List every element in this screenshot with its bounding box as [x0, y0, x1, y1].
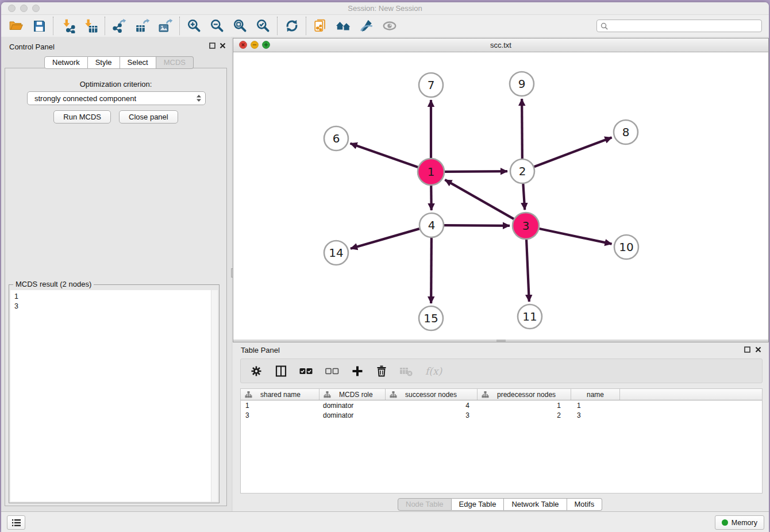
zoom-in-icon[interactable] — [183, 16, 206, 36]
memory-button[interactable]: Memory — [715, 515, 764, 530]
float-panel-icon[interactable] — [209, 43, 215, 49]
zoom-selected-icon[interactable] — [252, 16, 275, 36]
close-table-panel-icon[interactable] — [755, 346, 761, 353]
table-cell[interactable]: 1 — [571, 402, 620, 410]
graph-edge-3-10[interactable] — [539, 229, 611, 244]
search-icon — [600, 22, 608, 30]
tab-motifs[interactable]: Motifs — [567, 498, 603, 511]
graph-edge-4-3[interactable] — [444, 225, 510, 226]
delete-row-trash-icon[interactable] — [376, 364, 387, 379]
run-mcds-button[interactable]: Run MCDS — [53, 110, 111, 124]
close-window-icon[interactable] — [8, 5, 16, 12]
graph-edge-4-15[interactable] — [431, 238, 432, 303]
tab-network-table[interactable]: Network Table — [504, 498, 567, 511]
close-panel-icon[interactable] — [220, 43, 226, 49]
column-header-shared-name[interactable]: shared name — [241, 389, 319, 400]
frame-close-icon[interactable] — [239, 41, 247, 49]
sort-tree-icon — [390, 391, 397, 398]
graph-edge-2-9[interactable] — [522, 99, 522, 159]
graph-edge-4-14[interactable] — [351, 229, 419, 249]
float-table-panel-icon[interactable] — [744, 346, 750, 353]
mcds-result-area[interactable]: 13 — [10, 290, 218, 502]
result-line: 1 — [14, 292, 214, 302]
search-input[interactable] — [610, 21, 758, 30]
style-brush-icon[interactable] — [355, 16, 378, 36]
network-canvas[interactable]: 7968124314101511 — [233, 52, 768, 340]
network-graph: 7968124314101511 — [233, 52, 768, 340]
home-icon[interactable] — [332, 16, 355, 36]
import-table-icon[interactable] — [79, 16, 102, 36]
table-row[interactable]: 3dominator323 — [241, 410, 762, 420]
graph-edge-2-3[interactable] — [523, 184, 525, 210]
table-settings-gear-icon[interactable] — [250, 364, 263, 379]
graph-edge-3-1[interactable] — [445, 180, 514, 219]
table-cell[interactable]: dominator — [319, 402, 386, 410]
export-table-icon[interactable] — [131, 16, 154, 36]
zoom-out-icon[interactable] — [206, 16, 229, 36]
delete-table-icon[interactable] — [399, 364, 413, 379]
save-session-icon[interactable] — [28, 16, 51, 36]
search-field[interactable] — [596, 20, 762, 32]
control-panel-tabs: NetworkStyleSelectMCDS — [44, 56, 194, 69]
zoom-window-icon[interactable] — [32, 5, 40, 12]
table-panel-title: Table Panel — [241, 346, 280, 354]
column-header-name[interactable]: name — [571, 389, 620, 400]
table-cell[interactable]: dominator — [319, 411, 386, 419]
graph-node-label-4: 4 — [428, 218, 436, 232]
tab-mcds[interactable]: MCDS — [156, 56, 194, 69]
close-panel-button[interactable]: Close panel — [119, 110, 178, 124]
network-frame-titlebar[interactable]: scc.txt — [233, 38, 768, 52]
graph-edge-1-6[interactable] — [351, 144, 418, 167]
table-cell[interactable]: 2 — [478, 411, 571, 419]
add-row-icon[interactable] — [351, 364, 364, 379]
graph-node-label-10: 10 — [619, 240, 633, 254]
control-panel: Control Panel NetworkStyleSelectMCDS Opt… — [1, 37, 231, 511]
hide-preview-eye-icon[interactable] — [378, 16, 401, 36]
column-header-MCDS-role[interactable]: MCDS role — [319, 389, 386, 400]
table-cell[interactable]: 1 — [241, 402, 319, 410]
graph-edge-2-8[interactable] — [534, 137, 612, 167]
table-cell[interactable]: 1 — [478, 402, 571, 410]
table-cell[interactable]: 3 — [241, 411, 319, 419]
criterion-select[interactable]: strongly connected component — [27, 91, 206, 105]
main-area: Control Panel NetworkStyleSelectMCDS Opt… — [1, 37, 769, 511]
canvas-bottom-strip — [233, 340, 768, 342]
tab-edge-table[interactable]: Edge Table — [452, 498, 505, 511]
column-label: name — [587, 391, 604, 399]
table-row[interactable]: 1dominator411 — [241, 400, 762, 410]
graph-edge-3-11[interactable] — [526, 240, 529, 302]
column-visibility-icon[interactable] — [275, 364, 287, 379]
table-cell[interactable]: 3 — [571, 411, 620, 419]
clone-network-icon[interactable] — [309, 16, 332, 36]
select-all-icon[interactable] — [299, 364, 313, 379]
open-session-icon[interactable] — [5, 16, 28, 36]
column-header-predecessor-nodes[interactable]: predecessor nodes — [478, 389, 571, 400]
table-header: shared nameMCDS rolesuccessor nodesprede… — [241, 389, 762, 400]
frame-minimize-icon[interactable] — [251, 41, 259, 49]
export-network-icon[interactable] — [108, 16, 131, 36]
refresh-layout-icon[interactable] — [280, 16, 303, 36]
deselect-all-icon[interactable] — [325, 364, 339, 379]
task-history-button[interactable] — [7, 515, 25, 530]
column-header-successor-nodes[interactable]: successor nodes — [386, 389, 478, 400]
status-bar: Memory — [1, 511, 769, 532]
tab-node-table[interactable]: Node Table — [398, 498, 452, 511]
tab-style[interactable]: Style — [88, 56, 120, 69]
node-table: shared nameMCDS rolesuccessor nodesprede… — [240, 388, 763, 494]
tab-select[interactable]: Select — [120, 56, 156, 69]
minimize-window-icon[interactable] — [20, 5, 28, 12]
table-cell[interactable]: 3 — [386, 411, 478, 419]
zoom-fit-icon[interactable] — [229, 16, 252, 36]
result-scrollbar[interactable] — [211, 290, 218, 502]
function-builder-icon[interactable]: f(x) — [425, 364, 442, 379]
horizontal-splitter-handle[interactable] — [496, 340, 506, 342]
import-network-icon[interactable] — [56, 16, 79, 36]
control-panel-title: Control Panel — [9, 43, 55, 51]
graph-edge-1-2[interactable] — [445, 171, 507, 172]
graph-node-label-2: 2 — [519, 164, 526, 178]
frame-maximize-icon[interactable] — [262, 41, 270, 49]
tab-network[interactable]: Network — [44, 56, 88, 69]
graph-node-label-8: 8 — [622, 125, 630, 139]
table-cell[interactable]: 4 — [386, 402, 478, 410]
export-image-icon[interactable] — [154, 16, 177, 36]
